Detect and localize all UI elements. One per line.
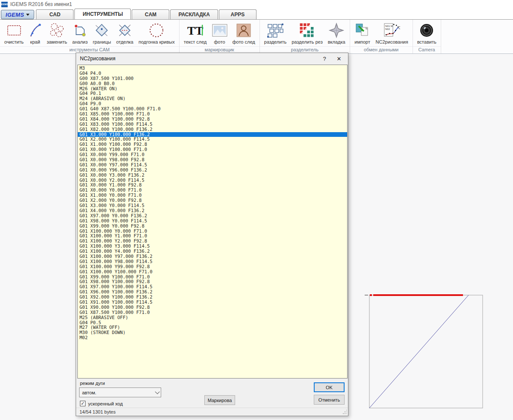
tool-button-nc2drawing[interactable]: N01 MN02NC2рисования bbox=[373, 21, 411, 45]
photo-icon bbox=[212, 21, 227, 39]
nc-line[interactable]: M25 (ABRASIVE OFF) bbox=[80, 315, 347, 320]
ok-button[interactable]: OK bbox=[314, 382, 345, 392]
tool-label: NC2рисования bbox=[376, 39, 408, 44]
tool-label: фото след bbox=[233, 39, 255, 44]
tab-инструменты[interactable]: ИНСТРУМЕНТЫ bbox=[74, 9, 131, 19]
tab-cad[interactable]: CAD bbox=[36, 9, 74, 19]
resize-grip-icon[interactable] bbox=[342, 409, 348, 415]
nc-line[interactable]: G00 A0.0 B0.0 bbox=[80, 81, 347, 86]
nc-line[interactable]: G01 X99.000 Y0.000 F92.8 bbox=[80, 224, 347, 229]
tool-button-edge[interactable]: край bbox=[26, 21, 44, 45]
ribbon-group: TTтекст следфотофото следмаркировщик bbox=[180, 20, 260, 53]
tool-button-divide[interactable]: разделить bbox=[262, 21, 289, 45]
divide-icon bbox=[266, 21, 284, 39]
ribbon-toolbar: очиститькрайзаменитьанализграницыотделка… bbox=[0, 19, 513, 54]
cancel-button[interactable]: Отменить bbox=[314, 395, 345, 405]
curve-fit-icon bbox=[148, 21, 165, 39]
arc-mode-value: автом. bbox=[82, 390, 155, 395]
igems-menu-button[interactable]: IGEMS bbox=[1, 10, 34, 19]
tool-button-text-trace[interactable]: TTтекст след bbox=[181, 21, 209, 45]
nc-line[interactable]: G01 X0.000 Y3.000 F136.2 bbox=[80, 173, 347, 178]
nc-line[interactable]: M02 bbox=[80, 335, 347, 340]
nc-line[interactable]: G01 X84.000 Y100.000 F92.8 bbox=[80, 117, 347, 122]
ribbon-group: разделитьразделить резвкладкаразделитель bbox=[260, 20, 350, 53]
text-trace-icon: TT bbox=[186, 21, 204, 39]
ribbon-group: вставитьCamera bbox=[413, 20, 441, 53]
nc-line[interactable]: G01 X100.000 Y100.000 F71.0 bbox=[80, 269, 347, 275]
tool-label: вкладка bbox=[328, 39, 345, 44]
tool-label: фото bbox=[214, 39, 225, 44]
tool-button-tab-insert[interactable]: вкладка bbox=[325, 21, 348, 45]
clear-contours-icon bbox=[6, 21, 22, 39]
tool-label: анализ bbox=[72, 39, 88, 44]
nc-line[interactable]: G01 X0.000 Y96.000 F136.2 bbox=[80, 168, 347, 173]
analyze-icon bbox=[73, 21, 87, 39]
tool-button-curve-fit[interactable]: подгонка кривых bbox=[136, 21, 177, 45]
nc2drawing-dialog: NC2рисования ? ✕ M3G04 P4.0G00 X87.500 Y… bbox=[76, 53, 348, 416]
tool-button-import[interactable]: импорт bbox=[352, 21, 373, 45]
ribbon-tab-bar: IGEMS CADИНСТРУМЕНТЫCAMРАСКЛАДКАAPPS bbox=[0, 9, 513, 19]
tool-label: разделить рез bbox=[292, 39, 323, 44]
tool-label: текст след bbox=[184, 39, 207, 44]
tool-button-photo-trace[interactable]: фото след bbox=[230, 21, 258, 45]
svg-text:TT: TT bbox=[187, 24, 203, 37]
dialog-controls: режим дуги автом. ✓ ускоренный ход Марки… bbox=[76, 379, 348, 408]
chevron-down-icon bbox=[155, 389, 159, 394]
nc-line[interactable]: G01 X87.500 Y100.000 F71.0 bbox=[80, 310, 347, 315]
nc-line[interactable]: G01 X83.000 Y100.000 F114.5 bbox=[80, 122, 347, 127]
nc-line[interactable]: G01 X82.000 Y100.000 F136.2 bbox=[80, 127, 347, 132]
marking-button[interactable]: Маркирова bbox=[204, 395, 235, 405]
ribbon-group-label: обмен данными bbox=[350, 46, 413, 53]
tool-button-replace[interactable]: заменить bbox=[44, 21, 70, 45]
tool-label: заменить bbox=[47, 39, 67, 44]
arc-mode-select[interactable]: автом. bbox=[79, 387, 161, 397]
nc-line[interactable]: M24 (ABRASIVE ON) bbox=[80, 96, 347, 101]
dialog-close-button[interactable]: ✕ bbox=[332, 53, 346, 64]
nc-code-listing[interactable]: M3G04 P4.0G00 X87.500 Y101.000G00 A0.0 B… bbox=[77, 65, 348, 379]
tool-button-boundaries[interactable]: границы bbox=[90, 21, 114, 45]
boundaries-icon bbox=[94, 21, 109, 39]
dialog-status-bar: 14/54 1301 bytes bbox=[76, 408, 348, 416]
tool-button-photo[interactable]: фото bbox=[209, 21, 230, 45]
tool-button-finishing[interactable]: отделка bbox=[114, 21, 136, 45]
preview-start-node bbox=[370, 294, 372, 296]
nc-line[interactable]: M3 bbox=[80, 66, 347, 71]
arc-mode-label: режим дуги bbox=[80, 381, 105, 386]
nc-line[interactable]: M30 (STROKE DOWN) bbox=[80, 330, 347, 335]
nc-line[interactable]: G04 P4.0 bbox=[80, 71, 347, 76]
rapid-move-checkbox-row[interactable]: ✓ ускоренный ход bbox=[80, 401, 123, 406]
app-logo-icon: IGEMS bbox=[1, 2, 8, 7]
tool-button-analyze[interactable]: анализ bbox=[70, 21, 90, 45]
preview-square-contour bbox=[369, 295, 483, 408]
rapid-move-checkbox[interactable]: ✓ bbox=[80, 401, 86, 406]
nc-line[interactable]: G01 X98.000 Y0.000 F114.5 bbox=[80, 219, 347, 224]
tool-button-camera[interactable]: вставить bbox=[415, 21, 439, 45]
dialog-title: NC2рисования bbox=[76, 56, 317, 62]
status-line-counter: 14/54 1301 bytes bbox=[76, 409, 342, 414]
nc-line[interactable]: G01 X90.000 Y100.000 F92.8 bbox=[80, 305, 347, 310]
replace-icon bbox=[49, 21, 65, 39]
tool-button-divide-cut[interactable]: разделить рез bbox=[289, 21, 325, 45]
tab-раскладка[interactable]: РАСКЛАДКА bbox=[170, 9, 218, 19]
rapid-move-checkbox-label: ускоренный ход bbox=[88, 401, 123, 406]
tool-label: отделка bbox=[116, 39, 133, 44]
nc-line[interactable]: M26 (WATER ON) bbox=[80, 86, 347, 92]
nc-line[interactable]: G01 X100.000 Y98.000 F114.5 bbox=[80, 259, 347, 264]
tool-label: очистить bbox=[4, 39, 24, 44]
dialog-help-button[interactable]: ? bbox=[317, 53, 332, 64]
igems-menu-label: IGEMS bbox=[6, 12, 24, 18]
nc-line[interactable]: G00 X87.500 Y101.000 bbox=[80, 76, 347, 81]
tool-label: разделить bbox=[264, 39, 286, 44]
tool-label: границы bbox=[93, 39, 111, 44]
tab-apps[interactable]: APPS bbox=[219, 9, 256, 19]
tab-insert-icon bbox=[328, 21, 345, 39]
tab-cam[interactable]: CAM bbox=[132, 9, 169, 19]
svg-text:N02: N02 bbox=[385, 28, 390, 30]
nc-line[interactable]: G01 X100.000 Y99.000 F92.8 bbox=[80, 264, 347, 269]
ribbon-group: очиститькрайзаменитьанализграницыотделка… bbox=[0, 20, 180, 53]
window-title: IGEMS R2016 без имени1 bbox=[10, 1, 72, 7]
nc-line[interactable]: G01 X97.000 Y0.000 F136.2 bbox=[80, 213, 347, 219]
tool-button-clear-contours[interactable]: очистить bbox=[2, 21, 26, 45]
preview-rapid-move-line bbox=[369, 295, 469, 408]
dialog-title-bar[interactable]: NC2рисования ? ✕ bbox=[76, 53, 348, 64]
